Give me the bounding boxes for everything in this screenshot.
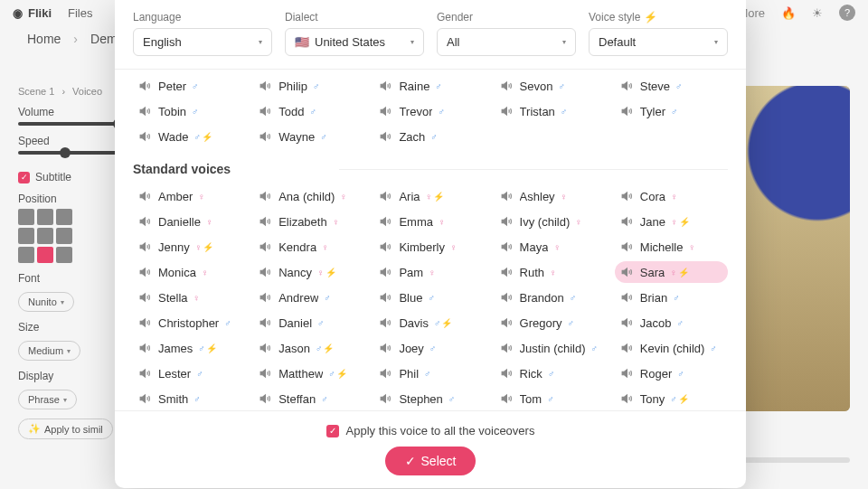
nav-files[interactable]: Files <box>68 6 92 20</box>
gender-select[interactable]: All▾ <box>437 28 576 56</box>
help-icon[interactable]: ? <box>839 5 855 21</box>
speed-slider[interactable] <box>18 151 118 155</box>
language-select[interactable]: English▾ <box>133 28 272 56</box>
voice-option[interactable]: Jenny♀⚡ <box>133 236 246 258</box>
voice-option[interactable]: Pam♀ <box>373 261 486 283</box>
voice-option[interactable]: Gregory♂ <box>495 312 608 334</box>
voice-option[interactable]: Andrew♂ <box>253 287 366 308</box>
speaker-icon[interactable] <box>620 104 635 118</box>
speaker-icon[interactable] <box>138 315 153 330</box>
style-select[interactable]: Default▾ <box>589 28 728 56</box>
voice-option[interactable]: Roger♂ <box>615 362 728 384</box>
speaker-icon[interactable] <box>138 104 153 118</box>
voice-option[interactable]: Raine♂ <box>373 75 486 97</box>
voice-option[interactable]: Philip♂ <box>253 75 366 97</box>
speaker-icon[interactable] <box>500 366 514 381</box>
speaker-icon[interactable] <box>620 240 635 254</box>
speaker-icon[interactable] <box>259 79 273 93</box>
speaker-icon[interactable] <box>259 240 273 254</box>
voice-option[interactable]: Rick♂ <box>495 362 608 384</box>
voice-option[interactable]: Justin (child)♂ <box>495 337 608 359</box>
speaker-icon[interactable] <box>379 315 393 330</box>
speaker-icon[interactable] <box>620 366 635 381</box>
speaker-icon[interactable] <box>500 265 514 279</box>
speaker-icon[interactable] <box>259 341 273 355</box>
voice-option[interactable]: Zach♂ <box>373 126 486 147</box>
voice-option[interactable]: Kimberly♀ <box>373 236 486 258</box>
speaker-icon[interactable] <box>138 240 153 254</box>
speaker-icon[interactable] <box>138 366 153 381</box>
voice-option[interactable]: Jane♀⚡ <box>615 211 728 232</box>
volume-slider[interactable] <box>18 122 118 126</box>
subtitle-checkbox[interactable]: ✓ Subtitle <box>18 171 118 183</box>
speaker-icon[interactable] <box>500 189 514 203</box>
voice-option[interactable]: Todd♂ <box>253 100 366 122</box>
speaker-icon[interactable] <box>620 214 635 229</box>
speaker-icon[interactable] <box>259 104 273 118</box>
voice-option[interactable]: Tony♂⚡ <box>615 388 728 409</box>
apply-all-checkbox[interactable]: ✓ Apply this voice to all the voiceovers <box>326 424 535 437</box>
display-select[interactable]: Phrase▾ <box>18 390 77 409</box>
speaker-icon[interactable] <box>379 265 393 279</box>
voice-option[interactable]: Joey♂ <box>373 337 486 359</box>
speaker-icon[interactable] <box>138 129 153 144</box>
voice-option[interactable]: Ivy (child)♀ <box>495 211 608 232</box>
voice-option[interactable]: Sevon♂ <box>495 75 608 97</box>
crumb-home[interactable]: Home <box>27 32 61 46</box>
voice-option[interactable]: Daniel♂ <box>253 312 366 334</box>
speaker-icon[interactable] <box>500 315 514 330</box>
dialect-select[interactable]: 🇺🇸United States ▾ <box>285 28 424 56</box>
video-preview[interactable] <box>741 86 850 411</box>
apply-similar-button[interactable]: ✨ Apply to simil <box>18 418 113 439</box>
speaker-icon[interactable] <box>138 341 153 355</box>
voice-option[interactable]: Tyler♂ <box>615 100 728 122</box>
voice-option[interactable]: Steffan♂ <box>253 388 366 409</box>
voice-option[interactable]: Steve♂ <box>615 75 728 97</box>
speaker-icon[interactable] <box>620 79 635 93</box>
voice-option[interactable]: Aria♀⚡ <box>373 185 486 207</box>
speaker-icon[interactable] <box>138 290 153 305</box>
speaker-icon[interactable] <box>500 290 514 305</box>
voice-option[interactable]: Maya♀ <box>495 236 608 258</box>
voice-option[interactable]: Trevor♂ <box>373 100 486 122</box>
speaker-icon[interactable] <box>259 290 273 305</box>
speaker-icon[interactable] <box>138 189 153 203</box>
voice-option[interactable]: Sara♀⚡ <box>615 261 728 283</box>
voice-option[interactable]: Nancy♀⚡ <box>253 261 366 283</box>
voice-option[interactable]: Amber♀ <box>133 185 246 207</box>
speaker-icon[interactable] <box>500 341 514 355</box>
voice-option[interactable]: Smith♂ <box>133 388 246 409</box>
speaker-icon[interactable] <box>379 391 393 406</box>
voice-option[interactable]: Ashley♀ <box>495 185 608 207</box>
speaker-icon[interactable] <box>259 189 273 203</box>
speaker-icon[interactable] <box>379 129 393 144</box>
speaker-icon[interactable] <box>138 79 153 93</box>
voice-option[interactable]: Ruth♀ <box>495 261 608 283</box>
voice-option[interactable]: Ana (child)♀ <box>253 185 366 207</box>
speaker-icon[interactable] <box>379 341 393 355</box>
speaker-icon[interactable] <box>259 214 273 229</box>
voice-option[interactable]: Monica♀ <box>133 261 246 283</box>
voice-option[interactable]: Stella♀ <box>133 287 246 308</box>
voice-option[interactable]: Danielle♀ <box>133 211 246 232</box>
voice-option[interactable]: Kendra♀ <box>253 236 366 258</box>
speaker-icon[interactable] <box>379 214 393 229</box>
speaker-icon[interactable] <box>379 290 393 305</box>
voice-option[interactable]: Brandon♂ <box>495 287 608 308</box>
position-grid[interactable] <box>18 209 118 263</box>
speaker-icon[interactable] <box>379 189 393 203</box>
speaker-icon[interactable] <box>259 391 273 406</box>
speaker-icon[interactable] <box>259 366 273 381</box>
size-select[interactable]: Medium▾ <box>18 341 80 361</box>
voice-option[interactable]: Elizabeth♀ <box>253 211 366 232</box>
voice-option[interactable]: Michelle♀ <box>615 236 728 258</box>
voice-option[interactable]: Christopher♂ <box>133 312 246 334</box>
voice-option[interactable]: Tristan♂ <box>495 100 608 122</box>
voice-option[interactable]: James♂⚡ <box>133 337 246 359</box>
voice-option[interactable]: Wade♂⚡ <box>133 126 246 147</box>
voice-option[interactable]: Brian♂ <box>615 287 728 308</box>
voice-option[interactable]: Phil♂ <box>373 362 486 384</box>
speaker-icon[interactable] <box>379 104 393 118</box>
speaker-icon[interactable] <box>379 240 393 254</box>
voice-option[interactable]: Davis♂⚡ <box>373 312 486 334</box>
